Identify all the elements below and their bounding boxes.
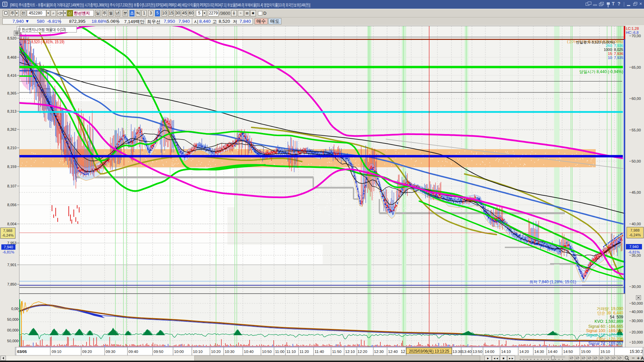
svg-text:당일시가 8,440 (-0,94%): 당일시가 8,440 (-0,94%) — [579, 69, 623, 74]
svg-text:260: 7,936: 260: 7,936 — [606, 44, 623, 48]
svg-text:Signal 100: -169,585: Signal 100: -169,585 — [586, 328, 623, 333]
svg-text:KVO: 1,592,869: KVO: 1,592,869 — [595, 319, 624, 324]
svg-text:50,000: 50,000 — [7, 339, 18, 343]
svg-text:A: A — [641, 356, 644, 361]
svg-text:8,468: 8,468 — [7, 55, 16, 59]
svg-text:7,940: 7,940 — [629, 245, 639, 249]
svg-text:-6,24%: -6,24% — [2, 233, 14, 237]
svg-text:50,00: 50,00 — [632, 159, 641, 163]
svg-text:15:10: 15:10 — [600, 350, 610, 354]
svg-text:7,901: 7,901 — [7, 263, 16, 267]
svg-text:09:30: 09:30 — [106, 350, 115, 354]
svg-text:최저 7,840 (1,28%, 15:01): 최저 7,840 (1,28%, 15:01) — [529, 280, 576, 284]
svg-text:11:40: 11:40 — [315, 350, 324, 354]
svg-text:7,988: 7,988 — [3, 229, 12, 233]
svg-text:0,00: 0,00 — [11, 307, 18, 311]
svg-text:10,000: 10,000 — [632, 340, 643, 344]
svg-text:Signal 24: -169,057: Signal 24: -169,057 — [588, 341, 623, 346]
svg-text:12:10: 12:10 — [345, 350, 355, 354]
svg-text:30,00: 30,00 — [632, 285, 641, 289]
svg-text:55,00: 55,00 — [632, 128, 641, 132]
svg-text:최고 8,520 (-6,81%, 15:19): 최고 8,520 (-6,81%, 15:19) — [23, 40, 64, 44]
svg-text:7,988: 7,988 — [630, 228, 640, 232]
svg-text:12: 12 — [401, 349, 406, 354]
svg-text:11:20: 11:20 — [300, 350, 309, 354]
svg-text:1000: 8,025: 1000: 8,025 — [604, 48, 623, 52]
svg-text:8,210: 8,210 — [7, 146, 16, 150]
svg-text:■: ■ — [502, 357, 504, 360]
svg-text:Signal 60: -166,665: Signal 60: -166,665 — [588, 324, 623, 329]
svg-text:8,365: 8,365 — [7, 91, 16, 95]
svg-text:7,850: 7,850 — [7, 282, 16, 286]
svg-text:14:30: 14:30 — [534, 350, 544, 354]
svg-text:►►: ►► — [508, 357, 514, 360]
svg-text:13:40: 13:40 — [462, 350, 472, 354]
svg-text:50,000: 50,000 — [632, 301, 643, 305]
svg-text:45,00: 45,00 — [632, 190, 641, 194]
svg-text:60,00: 60,00 — [632, 97, 641, 101]
svg-text:15: 7,936: 15: 7,936 — [608, 52, 623, 56]
svg-text:65,00: 65,00 — [632, 65, 641, 69]
svg-text:10:50: 10:50 — [262, 350, 272, 354]
svg-text:12:40: 12:40 — [388, 350, 398, 354]
svg-text:00,000: 00,000 — [7, 328, 18, 332]
svg-text:14:00: 14:00 — [485, 350, 494, 354]
svg-text:10:30: 10:30 — [225, 350, 234, 354]
svg-text:−: − — [632, 355, 635, 361]
svg-text:03/05: 03/05 — [17, 350, 27, 354]
svg-text:8,262: 8,262 — [7, 127, 16, 131]
svg-text:14:10: 14:10 — [501, 350, 511, 354]
svg-text:8,313: 8,313 — [7, 109, 16, 113]
svg-text:+: + — [637, 355, 640, 361]
svg-text:10: 7,935: 10: 7,935 — [608, 56, 623, 60]
svg-text:LC:1,28: LC:1,28 — [626, 26, 639, 31]
svg-text:09:10: 09:10 — [52, 350, 61, 354]
svg-text:◄◄: ◄◄ — [493, 357, 498, 360]
svg-text:►: ► — [487, 357, 490, 360]
svg-text:13:50: 13:50 — [473, 350, 482, 354]
svg-text:11:10: 11:10 — [286, 350, 296, 354]
svg-text:30,000: 30,000 — [632, 319, 643, 323]
svg-text:20,000: 20,000 — [632, 330, 643, 334]
svg-text:50,000: 50,000 — [7, 317, 18, 321]
svg-text:40,000: 40,000 — [632, 310, 643, 314]
svg-text:10:10: 10:10 — [193, 350, 203, 354]
svg-text:40,00: 40,00 — [632, 222, 641, 226]
svg-text:14:20: 14:20 — [519, 350, 529, 354]
svg-text:09:40: 09:40 — [128, 350, 138, 354]
svg-text:한선엔지니어링 매물대 수(13): 한선엔지니어링 매물대 수(13) — [22, 27, 66, 32]
svg-text:7,940: 7,940 — [4, 245, 13, 249]
svg-text:8,416: 8,416 — [7, 73, 16, 77]
svg-text:8,520: 8,520 — [7, 36, 16, 40]
svg-text:15:30:2: 15:30:2 — [630, 349, 643, 354]
svg-text:10:20: 10:20 — [211, 350, 221, 354]
svg-text:8,107: 8,107 — [7, 184, 16, 188]
svg-text:12:20: 12:20 — [358, 350, 367, 354]
svg-text:13:30: 13:30 — [452, 350, 462, 354]
svg-text:-6,81%: -6,81% — [3, 250, 14, 254]
svg-text:8,004: 8,004 — [7, 222, 16, 226]
svg-text:OBV: -170,236: OBV: -170,236 — [597, 337, 623, 342]
svg-text:-6,24%: -6,24% — [629, 233, 641, 237]
svg-text:14:40: 14:40 — [548, 350, 557, 354]
svg-text:-6,81%: -6,81% — [628, 250, 640, 254]
svg-text:8,159: 8,159 — [7, 165, 16, 169]
svg-text:09:50: 09:50 — [154, 350, 163, 354]
svg-text:10:00: 10:00 — [174, 350, 184, 354]
svg-text:14:50: 14:50 — [563, 350, 573, 354]
svg-text:2025/03/06(목) 13:13:25: 2025/03/06(목) 13:13:25 — [409, 349, 449, 353]
svg-text:12:30: 12:30 — [374, 350, 384, 354]
svg-text:HC:-6,8: HC:-6,8 — [626, 31, 639, 35]
svg-text:8,056: 8,056 — [7, 203, 16, 207]
svg-text:거래량: 19,090: 거래량: 19,090 — [597, 306, 624, 311]
svg-text:15:00: 15:00 — [581, 350, 591, 354]
svg-text:54: 509: 54: 509 — [610, 315, 623, 319]
svg-text:10:40: 10:40 — [244, 350, 254, 354]
svg-text:11:00: 11:00 — [275, 350, 284, 354]
svg-text:09:20: 09:20 — [82, 350, 92, 354]
svg-text:11:50: 11:50 — [332, 350, 341, 354]
